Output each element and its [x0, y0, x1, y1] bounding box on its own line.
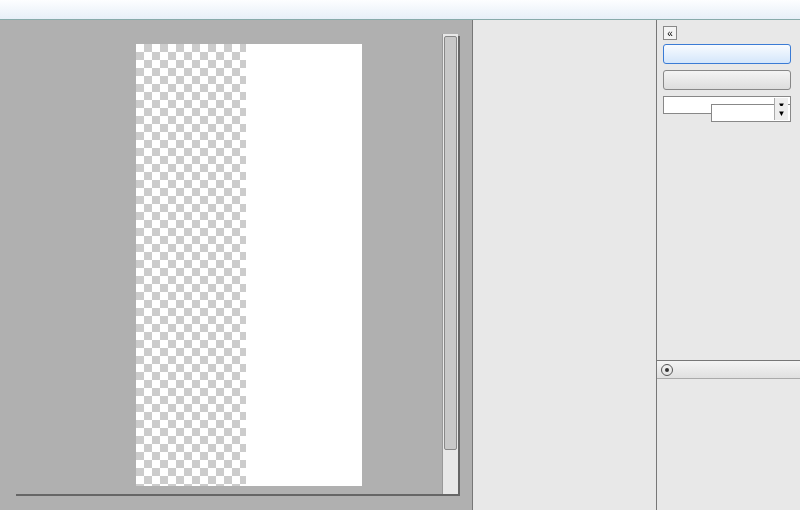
- halftone-pattern: [246, 44, 362, 486]
- layer-row[interactable]: [657, 361, 800, 379]
- expand-toggle-icon[interactable]: «: [663, 26, 677, 40]
- transparency-checker: [136, 44, 246, 486]
- chevron-down-icon: ▼: [774, 106, 788, 120]
- pattern-type-dropdown[interactable]: ▼: [711, 104, 791, 122]
- layers-panel: [657, 360, 800, 510]
- window-title: [0, 0, 800, 20]
- canvas-frame: [14, 34, 458, 494]
- thumbnail-grid: [473, 20, 656, 510]
- filter-list-panel: [472, 20, 657, 510]
- canvas-pane: [0, 20, 472, 510]
- ok-button[interactable]: [663, 44, 791, 64]
- scrollbar-thumb[interactable]: [444, 36, 457, 450]
- vertical-scrollbar[interactable]: [442, 34, 458, 494]
- settings-panel: « ▼ ▼: [657, 20, 800, 510]
- eye-icon[interactable]: [661, 364, 673, 376]
- artwork: [136, 44, 362, 486]
- reset-button[interactable]: [663, 70, 791, 90]
